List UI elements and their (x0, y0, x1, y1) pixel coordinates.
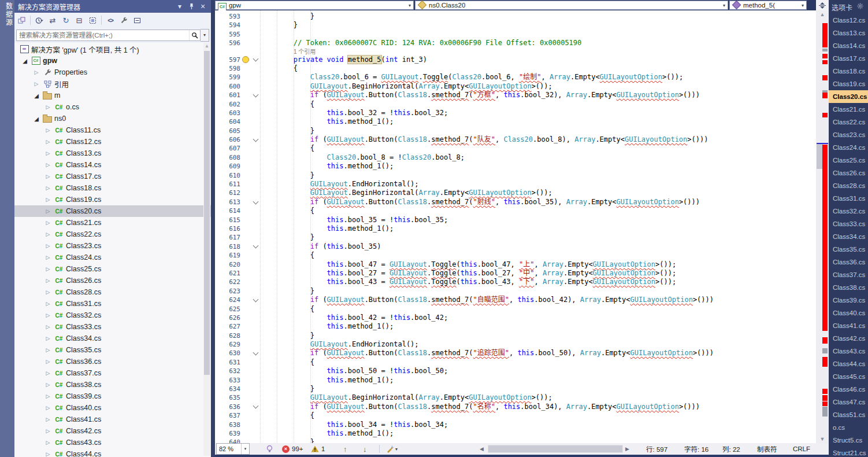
code-line-605[interactable]: 605 } (215, 127, 816, 135)
collapsed-arrow-icon[interactable]: ▷ (42, 139, 54, 145)
horizontal-scrollbar-thumb[interactable] (488, 445, 622, 452)
chevron-down-icon[interactable]: ▾ (721, 3, 725, 8)
tab-item-class17-cs[interactable]: Class17.cs (829, 52, 868, 65)
properties-icon[interactable] (119, 16, 128, 25)
code-line-622[interactable]: 622 this.bool_43 = GUILayout.Toggle(this… (215, 278, 816, 286)
code-line-640[interactable]: 640 } (215, 438, 816, 443)
tree-item-class23.cs[interactable]: ▷C#Class23.cs (14, 240, 211, 252)
next-issue-icon[interactable]: ↓ (363, 443, 367, 455)
scroll-up-icon[interactable]: ▲ (816, 10, 829, 19)
collapsed-arrow-icon[interactable]: ▷ (42, 393, 54, 399)
fold-chevron-icon[interactable] (253, 350, 258, 356)
horizontal-scrollbar[interactable] (488, 445, 623, 453)
code-line-629[interactable]: 629 GUILayout.EndHorizontal(); (215, 340, 816, 349)
tab-item-class45-cs[interactable]: Class45.cs (829, 370, 868, 383)
tree-item--gpw-1-1-[interactable]: ∞解决方案 'gpw' (1 个项目, 共 1 个) (14, 43, 211, 55)
breadcrumb-dropdown-type[interactable]: ns0.Class20▾ (415, 1, 728, 10)
code-line-602[interactable]: 602 { (215, 100, 816, 109)
pin-icon[interactable] (187, 2, 196, 11)
code-line-628[interactable]: 628 } (215, 331, 816, 340)
code-line-610[interactable]: 610 } (215, 171, 816, 180)
code-line-618[interactable]: 618 if (this.bool_35) (215, 242, 816, 251)
collapsed-arrow-icon[interactable]: ▷ (42, 278, 54, 283)
code-line-601[interactable]: 601 if (GUILayout.Button(Class18.smethod… (215, 91, 816, 99)
collapsed-arrow-icon[interactable]: ▷ (42, 243, 54, 249)
scroll-right-icon[interactable]: ▶ (625, 443, 629, 455)
window-position-icon[interactable]: ▾ (175, 2, 184, 11)
scroll-down-icon[interactable]: ▼ (816, 435, 829, 443)
tree-item-class12.cs[interactable]: ▷C#Class12.cs (14, 136, 211, 148)
tree-item-class19.cs[interactable]: ▷C#Class19.cs (14, 194, 211, 205)
tab-item-class13-cs[interactable]: Class13.cs (829, 27, 868, 39)
collapsed-arrow-icon[interactable]: ▷ (42, 289, 54, 295)
code-line-596[interactable]: 596 // Token: 0x0600007C RID: 124 RVA: 0… (215, 39, 816, 47)
tree-item-class26.cs[interactable]: ▷C#Class26.cs (14, 275, 211, 286)
tree-item-class33.cs[interactable]: ▷C#Class33.cs (14, 321, 211, 333)
tree-item-ns0[interactable]: ◢ns0 (14, 113, 211, 124)
chevron-down-icon[interactable]: ▾ (799, 3, 804, 8)
pending-changes-filter-icon[interactable] (35, 16, 44, 25)
expanded-arrow-icon[interactable]: ◢ (19, 58, 31, 64)
code-line-598[interactable]: 598 { (215, 64, 816, 73)
code-line-599[interactable]: 599 Class20.bool_6 = GUILayout.Toggle(Cl… (215, 73, 816, 82)
code-line-626[interactable]: 626 this.bool_42 = !this.bool_42; (215, 314, 816, 322)
collapsed-arrow-icon[interactable]: ▷ (42, 255, 54, 260)
code-line-612[interactable]: 612 GUILayout.BeginHorizontal(Array.Empt… (215, 189, 816, 197)
code-line-617[interactable]: 617 } (215, 233, 816, 242)
code-line-615[interactable]: 615 this.bool_35 = !this.bool_35; (215, 216, 816, 224)
collapsed-arrow-icon[interactable]: ▷ (42, 428, 54, 434)
expanded-arrow-icon[interactable]: ◢ (31, 116, 42, 122)
scroll-up-icon[interactable]: ▲ (203, 43, 210, 50)
code-line-609[interactable]: 609 this.method_1(); (215, 162, 816, 171)
collapsed-arrow-icon[interactable]: ▷ (42, 174, 54, 179)
code-line-634[interactable]: 634 } (215, 385, 816, 393)
chevron-down-icon[interactable]: ▾ (406, 3, 411, 8)
tree-item-class40.cs[interactable]: ▷C#Class40.cs (14, 402, 211, 414)
collapsed-arrow-icon[interactable]: ▷ (42, 185, 54, 191)
tab-item-class38-cs[interactable]: Class38.cs (829, 281, 868, 294)
lightbulb-icon[interactable] (242, 56, 249, 63)
zoom-level-dropdown[interactable]: 82 % ▾ (216, 443, 250, 455)
tab-item-struct5-cs[interactable]: Struct5.cs (829, 434, 868, 447)
tab-item-class41-cs[interactable]: Class41.cs (829, 319, 868, 332)
collapsed-arrow-icon[interactable]: ▷ (42, 347, 54, 353)
tab-item-class33-cs[interactable]: Class33.cs (829, 218, 868, 230)
collapsed-arrow-icon[interactable]: ▷ (42, 382, 54, 388)
tab-item-class37-cs[interactable]: Class37.cs (829, 268, 868, 281)
show-all-files-icon[interactable] (88, 16, 97, 25)
close-icon[interactable]: × (198, 2, 207, 11)
code-line-613[interactable]: 613 if (GUILayout.Button(Class18.smethod… (215, 198, 816, 207)
refresh-icon[interactable]: ↻ (61, 16, 71, 25)
code-line-600[interactable]: 600 GUILayout.BeginHorizontal(Array.Empt… (215, 82, 816, 91)
tab-item-class28-cs[interactable]: Class28.cs (829, 179, 868, 192)
code-line-604[interactable]: 604 this.method_1(); (215, 117, 816, 126)
tree-item-class36.cs[interactable]: ▷C#Class36.cs (14, 356, 211, 367)
tab-item-class44-cs[interactable]: Class44.cs (829, 358, 868, 370)
tab-item-class12-cs[interactable]: Class12.cs (829, 14, 868, 27)
code-line-624[interactable]: 624 if (GUILayout.Button(Class18.smethod… (215, 296, 816, 304)
collapsed-arrow-icon[interactable]: ▷ (42, 405, 54, 411)
tree-item-class13.cs[interactable]: ▷C#Class13.cs (14, 148, 211, 159)
code-line-616[interactable]: 616 this.method_1(); (215, 224, 816, 233)
tree-item-class20.cs[interactable]: ▷C#Class20.cs (14, 205, 211, 217)
tree-item-gpw[interactable]: ◢C#gpw (14, 55, 211, 67)
code-line-631[interactable]: 631 { (215, 358, 816, 367)
collapsed-arrow-icon[interactable]: ▷ (42, 359, 54, 364)
codelens-references[interactable]: 1 个引用 (215, 48, 816, 56)
code-line-593[interactable]: 593 } (215, 12, 816, 21)
collapsed-arrow-icon[interactable]: ▷ (42, 150, 54, 156)
tree-item-class22.cs[interactable]: ▷C#Class22.cs (14, 228, 211, 240)
tab-item-class24-cs[interactable]: Class24.cs (829, 141, 868, 154)
code-line-632[interactable]: 632 this.bool_50 = !this.bool_50; (215, 367, 816, 375)
code-line-597[interactable]: 597 private void method_5(int int_3) (215, 56, 816, 64)
code-cleanup-icon[interactable]: ▾ (386, 443, 398, 455)
tab-item-class20-cs[interactable]: Class20.cs (829, 90, 868, 103)
view-code-icon[interactable]: <> (106, 16, 115, 25)
collapsed-arrow-icon[interactable]: ▷ (42, 301, 54, 307)
tree-item-class18.cs[interactable]: ▷C#Class18.cs (14, 182, 211, 194)
code-line-614[interactable]: 614 { (215, 207, 816, 215)
tab-data-sources[interactable]: 数据源 (1, 2, 14, 27)
fold-chevron-icon[interactable] (253, 136, 258, 142)
tree-item-class44.cs[interactable]: ▷C#Class44.cs (14, 448, 211, 457)
preview-selected-items-icon[interactable] (132, 16, 142, 25)
